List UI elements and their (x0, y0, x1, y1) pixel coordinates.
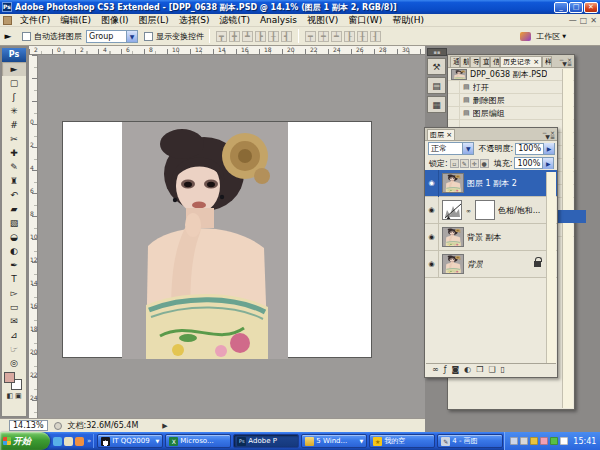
distribute-icon-2[interactable]: ┿ (318, 31, 329, 42)
brushes-panel-icon[interactable]: ▤ (427, 77, 446, 94)
menu-item-3[interactable]: 图像(I) (96, 14, 134, 26)
group-select[interactable]: Group ▼ (86, 30, 138, 43)
history-brush-tool[interactable]: ↶ (2, 188, 26, 202)
doc-minimize-icon[interactable]: — (569, 16, 577, 25)
shape-tool[interactable]: ▭ (2, 300, 26, 314)
taskbar-button-1[interactable]: IT QQ2009▼ (97, 434, 163, 448)
layer-thumbnail[interactable] (442, 254, 464, 274)
document-icon[interactable] (3, 16, 12, 25)
menu-item-6[interactable]: 滤镜(T) (214, 14, 255, 26)
media-player-icon[interactable] (75, 437, 84, 446)
doc-restore-icon[interactable]: □ (580, 16, 588, 25)
lock-icon-1[interactable]: ▫ (450, 159, 459, 168)
align-icon-2[interactable]: ╋ (229, 31, 240, 42)
history-source-cell[interactable] (448, 81, 460, 94)
bridge-icon[interactable] (520, 32, 531, 41)
lock-icon-4[interactable]: ● (480, 159, 489, 168)
layer-style-button[interactable]: ƒ (444, 364, 447, 376)
align-icon-6[interactable]: ┫ (281, 31, 292, 42)
panel-minimize-icon[interactable]: − (559, 56, 564, 63)
menu-item-7[interactable]: Analysis (255, 14, 302, 26)
dock-grip[interactable]: ▪▪ (427, 48, 447, 56)
lock-icon-3[interactable]: ✛ (470, 159, 479, 168)
tab-history[interactable]: 历史记录 × (500, 56, 542, 67)
status-menu-arrow[interactable]: ▶ (162, 422, 167, 430)
panel-minimize-icon[interactable]: − (542, 129, 547, 136)
tab-trailing[interactable]: 样 (542, 56, 552, 67)
dodge-tool[interactable]: ◐ (2, 244, 26, 258)
hand-tool[interactable]: ☞ (2, 342, 26, 356)
quick-launch-overflow[interactable]: » (87, 437, 91, 445)
maximize-button[interactable]: □ (569, 2, 583, 13)
menu-item-5[interactable]: 选择(S) (174, 14, 215, 26)
menu-item-2[interactable]: 编辑(E) (55, 14, 96, 26)
type-tool[interactable]: T (2, 272, 26, 286)
zoom-level-field[interactable]: 14.13% (9, 420, 48, 431)
mask-thumbnail[interactable] (475, 200, 495, 220)
msn-icon[interactable] (550, 437, 558, 445)
show-desktop-icon[interactable] (64, 437, 73, 446)
brush-tool[interactable]: ✎ (2, 160, 26, 174)
distribute-icon-4[interactable]: ┠ (344, 31, 355, 42)
chevron-down-icon[interactable]: ▼ (462, 143, 473, 154)
eyedropper-tool[interactable]: ⊿ (2, 328, 26, 342)
panel-close-icon[interactable]: × (550, 129, 555, 136)
workspace-button[interactable]: 工作区 (536, 31, 560, 42)
auto-select-checkbox[interactable] (22, 32, 31, 41)
menu-item-9[interactable]: 窗口(W) (343, 14, 387, 26)
visibility-eye-icon[interactable]: ◉ (425, 224, 439, 251)
opacity-field[interactable]: 100% ▶ (515, 143, 555, 155)
ime-icon[interactable] (560, 437, 568, 445)
qq-tray-icon[interactable] (540, 437, 548, 445)
layer-thumbnail[interactable] (442, 227, 464, 247)
tab-5[interactable]: 信 (490, 56, 500, 67)
close-button[interactable]: ✕ (584, 2, 598, 13)
taskbar-button-3[interactable]: PsAdobe P (233, 434, 299, 448)
chevron-down-icon[interactable]: ▼ (126, 31, 137, 42)
history-scrollbar[interactable] (562, 69, 573, 408)
lock-icon-2[interactable]: ✎ (460, 159, 469, 168)
history-source-cell[interactable] (448, 94, 460, 107)
align-icon-3[interactable]: ┻ (242, 31, 253, 42)
tab-1[interactable]: 通 (450, 56, 460, 67)
align-icon-1[interactable]: ┳ (216, 31, 227, 42)
taskbar-button-4[interactable]: 5 Wind...▼ (301, 434, 367, 448)
layer-row[interactable]: ◉背景 副本 (425, 224, 557, 251)
distribute-icon-1[interactable]: ┯ (305, 31, 316, 42)
menu-item-8[interactable]: 视图(V) (302, 14, 343, 26)
marquee-tool[interactable]: ▢ (2, 76, 26, 90)
volume-icon[interactable] (520, 437, 528, 445)
ps-logo[interactable]: Ps (2, 48, 26, 62)
distribute-icon-5[interactable]: ╂ (357, 31, 368, 42)
slice-tool[interactable]: ✂ (2, 132, 26, 146)
menu-item-4[interactable]: 图层(L) (134, 14, 174, 26)
clone-stamp-tool[interactable]: ♜ (2, 174, 26, 188)
security-shield-icon[interactable] (530, 437, 538, 445)
distribute-icon-3[interactable]: ┷ (331, 31, 342, 42)
swatches-panel-icon[interactable]: ▦ (427, 96, 446, 113)
layer-mask-button[interactable]: ◙ (452, 364, 460, 376)
eraser-tool[interactable]: ▰ (2, 202, 26, 216)
history-state-row[interactable]: ▤删除图层 (448, 94, 574, 107)
blend-mode-select[interactable]: 正常 ▼ (428, 142, 474, 155)
tab-layers[interactable]: 图层 × (427, 129, 455, 140)
layer-row[interactable]: ◉图层 1 副本 2 (425, 170, 557, 197)
history-snapshot-row[interactable]: DPP_0638 副本.PSD (448, 68, 574, 81)
quick-selection-tool[interactable]: ✳ (2, 104, 26, 118)
slider-arrow-icon[interactable]: ▶ (543, 143, 554, 154)
visibility-eye-icon[interactable]: ◉ (425, 197, 439, 224)
new-adjustment-layer-button[interactable]: ◐ (464, 364, 471, 376)
history-state-row[interactable]: ▤打开 (448, 81, 574, 94)
taskbar-button-5[interactable]: ★我的空 (369, 434, 435, 448)
layer-row[interactable]: ◉背景 (425, 251, 557, 278)
tools-panel-icon[interactable]: ⚒ (427, 58, 446, 75)
notes-tool[interactable]: ✉ (2, 314, 26, 328)
move-tool[interactable]: ► (2, 62, 26, 76)
tab-close-icon[interactable]: × (446, 131, 452, 139)
foreground-color-swatch[interactable] (4, 372, 15, 383)
taskbar-button-6[interactable]: ✎4 - 画图 (437, 434, 503, 448)
start-button[interactable]: 开始 (0, 432, 50, 450)
new-layer-button[interactable]: ❑ (488, 364, 495, 376)
layer-row[interactable]: ◉∞色相/饱和... (425, 197, 557, 224)
quick-mask-button[interactable]: ◧ (6, 392, 13, 400)
